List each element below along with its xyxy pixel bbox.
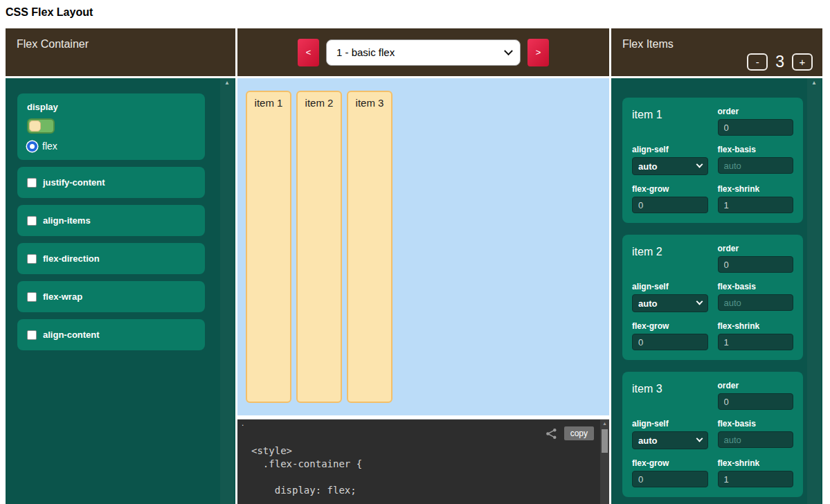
align-self-field: align-self auto [632, 282, 708, 312]
remove-item-button[interactable]: - [747, 53, 768, 71]
flex-item-card: item 1 order align-self auto flex-basis … [622, 98, 803, 223]
flex-basis-field: flex-basis [718, 419, 794, 449]
order-field: order [718, 244, 794, 273]
prev-example-button[interactable]: < [298, 39, 319, 66]
flex-grow-input[interactable] [632, 334, 708, 350]
order-field: order [718, 107, 794, 136]
code-panel: . copy <style> .flex-container { display… [237, 419, 609, 504]
flex-shrink-field: flex-shrink [718, 184, 794, 213]
flex-shrink-label: flex-shrink [718, 184, 794, 194]
flex-grow-label: flex-grow [632, 321, 708, 331]
flex-shrink-label: flex-shrink [718, 458, 794, 468]
property-checkbox[interactable] [27, 254, 37, 264]
flex-grow-field: flex-grow [632, 321, 708, 350]
property-label: flex-direction [43, 253, 100, 264]
flex-basis-label: flex-basis [718, 282, 794, 291]
display-label: display [27, 102, 195, 112]
property-label: align-content [43, 330, 100, 340]
flex-shrink-field: flex-shrink [718, 458, 794, 487]
left-panel-scrollbar[interactable]: ▲ [220, 78, 234, 504]
order-input[interactable] [718, 393, 794, 410]
flex-demo-stage: item 1item 2item 3 [237, 78, 609, 415]
property-card: flex-direction [17, 243, 205, 274]
order-input[interactable] [718, 119, 794, 136]
align-self-select[interactable]: auto [632, 294, 708, 312]
container-properties: justify-content align-items flex-directi… [17, 167, 205, 350]
flex-item-card-title: item 1 [632, 107, 708, 136]
next-example-button[interactable]: > [527, 39, 549, 66]
order-label: order [718, 381, 794, 390]
copy-button[interactable]: copy [564, 426, 594, 440]
add-item-button[interactable]: + [792, 53, 813, 71]
property-checkbox[interactable] [27, 292, 37, 302]
property-label: justify-content [43, 177, 105, 188]
property-card: align-content [17, 319, 205, 350]
flex-basis-field: flex-basis [718, 145, 794, 175]
flex-item-card: item 3 order align-self auto flex-basis … [622, 372, 803, 497]
right-panel-scrollbar[interactable]: ▲ [807, 78, 821, 504]
align-self-label: align-self [632, 282, 708, 291]
flex-container-panel: Flex Container display flex justify-cont… [6, 28, 235, 504]
order-input[interactable] [718, 256, 794, 273]
property-checkbox[interactable] [27, 178, 37, 188]
flex-items-header: Flex Items - 3 + [611, 28, 822, 76]
flex-basis-label: flex-basis [718, 145, 794, 154]
stage-flex-item: item 2 [296, 91, 342, 403]
display-toggle[interactable] [27, 118, 55, 134]
scroll-up-icon[interactable]: ▲ [220, 78, 234, 88]
flex-shrink-input[interactable] [718, 197, 794, 213]
code-scrollbar[interactable]: ▲ [600, 420, 609, 504]
flex-radio[interactable] [27, 141, 37, 152]
flex-items-panel: Flex Items - 3 + item 1 order align-self… [611, 28, 822, 504]
property-checkbox[interactable] [27, 216, 37, 226]
flex-grow-label: flex-grow [632, 184, 708, 194]
share-icon[interactable] [545, 428, 557, 440]
align-self-select[interactable]: auto [632, 157, 708, 175]
code-block: <style> .flex-container { display: flex; [251, 444, 595, 497]
flex-grow-label: flex-grow [632, 458, 708, 468]
flex-grow-input[interactable] [632, 197, 708, 213]
item-count: 3 [775, 53, 784, 71]
flex-radio-label: flex [42, 141, 57, 152]
flex-shrink-field: flex-shrink [718, 321, 794, 350]
stage-flex-item: item 1 [246, 91, 291, 403]
order-label: order [718, 107, 794, 116]
align-self-select[interactable]: auto [632, 431, 708, 449]
flex-items-panel-body: item 1 order align-self auto flex-basis … [611, 78, 822, 504]
align-self-field: align-self auto [632, 145, 708, 175]
flex-shrink-input[interactable] [718, 471, 794, 487]
flex-item-card-title: item 3 [632, 381, 708, 410]
stage-flex-item: item 3 [347, 91, 393, 403]
align-self-field: align-self auto [632, 419, 708, 449]
flex-item-card: item 2 order align-self auto flex-basis … [622, 235, 803, 360]
align-self-label: align-self [632, 145, 708, 154]
flex-basis-label: flex-basis [718, 419, 794, 429]
flex-grow-field: flex-grow [632, 458, 708, 487]
property-label: flex-wrap [43, 291, 82, 302]
order-label: order [718, 244, 794, 253]
flex-shrink-input[interactable] [718, 334, 794, 350]
flex-shrink-label: flex-shrink [718, 321, 794, 331]
property-checkbox[interactable] [27, 330, 37, 340]
property-card: align-items [17, 205, 205, 236]
demo-column: < 1 - basic flex > item 1item 2item 3 . … [237, 28, 609, 504]
flex-basis-input[interactable] [718, 157, 794, 174]
flex-basis-input[interactable] [718, 294, 794, 311]
code-scroll-thumb[interactable] [602, 429, 608, 453]
flex-item-card-title: item 2 [632, 244, 708, 273]
flex-grow-input[interactable] [632, 471, 708, 487]
flex-container-panel-body: display flex justify-content align-items… [6, 78, 235, 504]
code-scroll-up-icon[interactable]: ▲ [600, 420, 609, 428]
display-toggle-knob [29, 120, 41, 132]
flex-basis-input[interactable] [718, 431, 794, 448]
property-card: flex-wrap [17, 281, 205, 312]
property-card: justify-content [17, 167, 205, 198]
flex-grow-field: flex-grow [632, 184, 708, 213]
flex-container-panel-title: Flex Container [6, 28, 235, 76]
scroll-up-icon[interactable]: ▲ [807, 78, 821, 88]
display-card: display flex [17, 93, 205, 160]
example-select[interactable]: 1 - basic flex [326, 39, 521, 66]
order-field: order [718, 381, 794, 410]
code-dot: . [242, 419, 244, 428]
demo-header: < 1 - basic flex > [237, 28, 609, 76]
